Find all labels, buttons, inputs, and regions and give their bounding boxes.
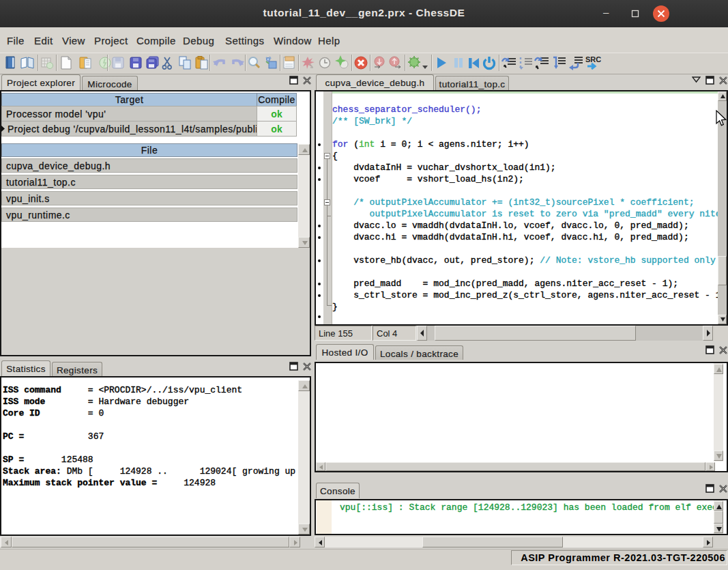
svg-text:SRC: SRC (585, 55, 601, 63)
